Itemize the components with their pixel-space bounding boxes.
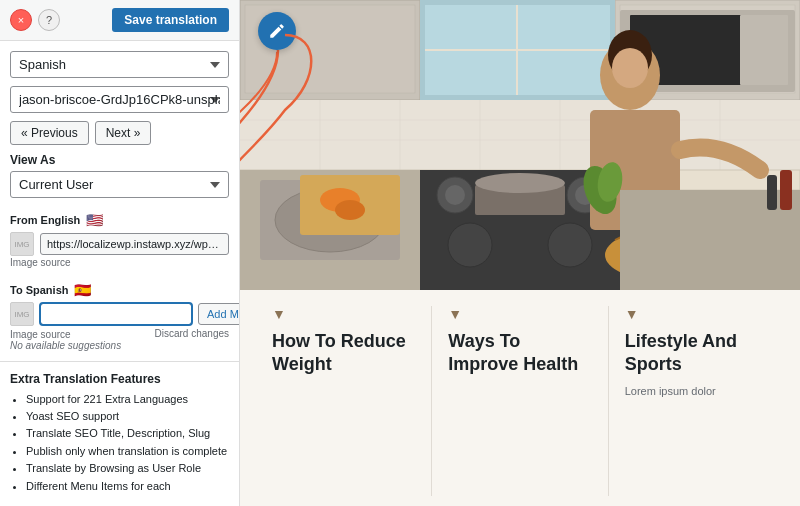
- from-source-row: IMG: [10, 232, 229, 256]
- left-panel: × ? Save translation Spanish jason-brisc…: [0, 0, 240, 506]
- save-translation-button[interactable]: Save translation: [112, 8, 229, 32]
- from-url-field: [40, 233, 229, 255]
- file-select[interactable]: jason-briscoe-GrdJp16CPk8-unsplash...: [10, 86, 229, 113]
- from-label: From English 🇺🇸: [10, 212, 229, 228]
- add-media-button[interactable]: Add Media: [198, 303, 239, 325]
- extra-feature-item: Support for 221 Extra Languages: [26, 392, 229, 407]
- blog-card-arrow-icon: ▼: [272, 306, 415, 322]
- blog-card-arrow-icon: ▼: [448, 306, 591, 322]
- top-bar: × ? Save translation: [0, 0, 239, 41]
- svg-rect-7: [740, 15, 788, 85]
- blog-card-excerpt: Lorem ipsum dolor: [625, 383, 768, 400]
- to-url-input[interactable]: [40, 303, 192, 325]
- svg-rect-49: [780, 170, 792, 210]
- kitchen-image: [240, 0, 800, 290]
- next-button[interactable]: Next »: [95, 121, 152, 145]
- panel-body: Spanish jason-briscoe-GrdJp16CPk8-unspla…: [0, 41, 239, 361]
- blog-card-arrow-icon: ▼: [625, 306, 768, 322]
- from-image-source-label: Image source: [10, 257, 229, 268]
- language-select[interactable]: Spanish: [10, 51, 229, 78]
- navigation-buttons: « Previous Next »: [10, 121, 229, 145]
- extra-feature-item: Yoast SEO support: [26, 409, 229, 424]
- to-label: To Spanish 🇪🇸: [10, 282, 229, 298]
- kitchen-svg: [240, 0, 800, 290]
- blog-card: ▼Ways To Improve Health: [432, 306, 608, 496]
- view-as-select[interactable]: Current User: [10, 171, 229, 198]
- svg-rect-50: [767, 175, 777, 210]
- help-button[interactable]: ?: [38, 9, 60, 31]
- extra-features-title: Extra Translation Features: [10, 372, 229, 386]
- right-panel: ▼How To Reduce Weight▼Ways To Improve He…: [240, 0, 800, 506]
- discard-changes-link[interactable]: Discard changes: [155, 328, 229, 340]
- blog-card: ▼Lifestyle And SportsLorem ipsum dolor: [609, 306, 784, 496]
- to-bottom-row: Image source Discard changes: [10, 328, 229, 340]
- svg-point-38: [612, 48, 648, 88]
- blog-card-title: Ways To Improve Health: [448, 330, 591, 377]
- to-section: To Spanish 🇪🇸 IMG Add Media Image source…: [10, 276, 229, 351]
- window-controls: × ?: [10, 9, 60, 31]
- suggestions-text: No available suggestions: [10, 340, 229, 351]
- from-section: From English 🇺🇸 IMG Image source: [10, 206, 229, 268]
- english-flag: 🇺🇸: [86, 212, 103, 228]
- extra-features-section: Extra Translation Features Support for 2…: [0, 361, 239, 506]
- extra-feature-item: Translate by Browsing as User Role: [26, 461, 229, 476]
- pencil-icon: [268, 22, 286, 40]
- close-button[interactable]: ×: [10, 9, 32, 31]
- svg-point-28: [548, 223, 592, 267]
- to-image-source-label: Image source: [10, 329, 71, 340]
- edit-icon-button[interactable]: [258, 12, 296, 50]
- extra-feature-item: Different Menu Items for each: [26, 479, 229, 494]
- svg-point-31: [475, 173, 565, 193]
- blog-cards-section: ▼How To Reduce Weight▼Ways To Improve He…: [240, 290, 800, 506]
- svg-point-24: [445, 185, 465, 205]
- to-image-placeholder: IMG: [10, 302, 34, 326]
- extra-feature-item: Publish only when translation is complet…: [26, 444, 229, 459]
- previous-button[interactable]: « Previous: [10, 121, 89, 145]
- view-as-label: View As: [10, 153, 229, 167]
- extra-features-list: Support for 221 Extra LanguagesYoast SEO…: [10, 392, 229, 494]
- extra-feature-item: Translate SEO Title, Description, Slug: [26, 426, 229, 441]
- to-input-row: IMG Add Media: [10, 302, 229, 326]
- spanish-flag: 🇪🇸: [74, 282, 91, 298]
- blog-card-title: How To Reduce Weight: [272, 330, 415, 377]
- from-image-placeholder: IMG: [10, 232, 34, 256]
- view-as-section: View As Current User: [10, 153, 229, 198]
- blog-card-title: Lifestyle And Sports: [625, 330, 768, 377]
- svg-point-41: [335, 200, 365, 220]
- svg-rect-8: [240, 100, 800, 170]
- blog-card: ▼How To Reduce Weight: [256, 306, 432, 496]
- svg-point-27: [448, 223, 492, 267]
